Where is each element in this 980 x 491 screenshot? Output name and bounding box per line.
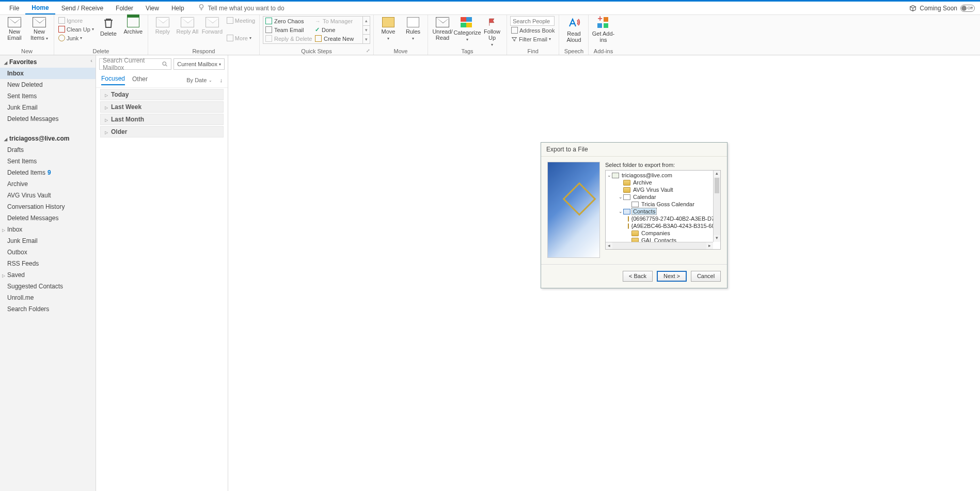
nav-item[interactable]: Deleted Messages [0, 212, 96, 224]
nav-item[interactable]: Outbox [0, 247, 96, 258]
coming-soon[interactable]: Coming Soon Off [909, 5, 975, 12]
folder-tree[interactable]: ⌄triciagoss@live.com Archive AVG Virus V… [605, 170, 721, 250]
reply-button[interactable]: Reply [151, 16, 174, 35]
tree-hscrollbar[interactable]: ◂ ▸ [606, 242, 713, 249]
tree-node[interactable]: ⌄Calendar [607, 193, 712, 201]
scroll-thumb[interactable] [715, 178, 719, 193]
tab-other[interactable]: Other [132, 75, 148, 85]
group-today[interactable]: Today [100, 89, 224, 100]
search-people-input[interactable] [510, 16, 555, 26]
qs-reply-delete[interactable]: Reply & Delete [263, 34, 313, 43]
quick-steps-gallery[interactable]: Zero Chaos Team Email Reply & Delete →To… [263, 16, 370, 44]
get-addins-button[interactable]: + Get Add-ins [592, 16, 614, 43]
forward-button[interactable]: Forward [201, 16, 224, 35]
fav-junk-email[interactable]: Junk Email [0, 102, 96, 113]
menu-file[interactable]: File [3, 3, 25, 14]
menu-send-receive[interactable]: Send / Receive [55, 3, 109, 14]
group-label-addins: Add-ins [592, 48, 614, 55]
sort-by-dropdown[interactable]: By Date⌄ ↓ [186, 77, 223, 83]
tree-node[interactable]: Archive [607, 179, 712, 186]
qs-scroll-up[interactable]: ▴ [363, 17, 370, 26]
nav-item[interactable]: Suggested Contacts [0, 281, 96, 292]
ignore-button[interactable]: Ignore [57, 16, 95, 25]
tab-focused[interactable]: Focused [101, 75, 125, 85]
nav-item[interactable]: AVG Virus Vault [0, 190, 96, 201]
reply-all-button[interactable]: Reply All [176, 16, 199, 35]
tell-me-search[interactable]: Tell me what you want to do [198, 4, 284, 12]
tree-vscrollbar[interactable]: ▴ ▾ [713, 171, 720, 242]
group-last-week[interactable]: Last Week [100, 101, 224, 113]
read-aloud-button[interactable]: Read Aloud [562, 16, 585, 43]
next-button[interactable]: Next > [657, 271, 687, 282]
book-icon [511, 27, 518, 34]
cancel-button[interactable]: Cancel [691, 271, 721, 282]
unread-read-button[interactable]: Unread/ Read [431, 16, 454, 41]
tree-node[interactable]: Tricia Goss Calendar [607, 201, 712, 208]
qs-done[interactable]: ✓Done [313, 25, 362, 34]
tree-node[interactable]: ⌄Contacts [607, 208, 712, 215]
group-label-respond: Respond [151, 48, 256, 55]
nav-item[interactable]: Unroll.me [0, 292, 96, 303]
nav-item[interactable]: Inbox [0, 224, 96, 235]
junk-button[interactable]: Junk▾ [57, 34, 95, 42]
categorize-button[interactable]: Categorize▾ [456, 16, 479, 43]
more-respond-button[interactable]: More▾ [226, 34, 256, 42]
fav-inbox[interactable]: Inbox [0, 68, 96, 79]
fav-deleted-messages[interactable]: Deleted Messages [0, 113, 96, 125]
nav-item[interactable]: Drafts [0, 144, 96, 156]
follow-up-button[interactable]: Follow Up▾ [481, 16, 503, 48]
archive-button[interactable]: Archive [122, 16, 145, 35]
filter-email-button[interactable]: Filter Email▾ [510, 35, 556, 43]
group-older[interactable]: Older [100, 126, 224, 137]
favorites-header[interactable]: Favorites [0, 55, 96, 68]
scroll-up-icon[interactable]: ▴ [714, 171, 720, 177]
qs-team-email[interactable]: Team Email [263, 25, 313, 34]
qs-create-new[interactable]: Create New [313, 34, 362, 43]
menu-folder[interactable]: Folder [109, 3, 139, 14]
qs-scroll-down[interactable]: ▾ [363, 26, 370, 35]
tree-node[interactable]: Companies [607, 229, 712, 237]
fav-sent-items[interactable]: Sent Items [0, 90, 96, 102]
nav-item[interactable]: Search Folders [0, 303, 96, 315]
rules-button[interactable]: Rules▾ [402, 16, 424, 42]
nav-item[interactable]: Archive [0, 178, 96, 190]
fav-new-deleted[interactable]: New Deleted [0, 79, 96, 90]
quicksteps-launcher-icon[interactable]: ⤢ [366, 48, 370, 53]
scroll-left-icon[interactable]: ◂ [606, 242, 612, 249]
coming-soon-toggle[interactable]: Off [960, 5, 975, 12]
scroll-down-icon[interactable]: ▾ [714, 235, 720, 242]
search-mailbox-input[interactable]: Search Current Mailbox [99, 58, 171, 70]
group-last-month[interactable]: Last Month [100, 114, 224, 125]
collapse-nav-icon[interactable]: ‹ [90, 57, 92, 64]
menu-view[interactable]: View [139, 3, 165, 14]
nav-item[interactable]: Deleted Items9 [0, 167, 96, 178]
sort-direction-icon[interactable]: ↓ [220, 77, 223, 83]
nav-item[interactable]: Junk Email [0, 235, 96, 247]
tree-node[interactable]: GAL Contacts [607, 237, 712, 242]
qs-expand[interactable]: ▾ [363, 35, 370, 43]
clean-up-button[interactable]: Clean Up▾ [57, 25, 95, 34]
menu-home[interactable]: Home [25, 2, 55, 14]
delete-button[interactable]: Delete [97, 16, 120, 37]
tree-node[interactable]: {06967759-274D-40B2-A3EB-D7F [607, 215, 712, 222]
new-items-button[interactable]: New Items ▾ [28, 16, 51, 42]
nav-item[interactable]: RSS Feeds [0, 258, 96, 269]
move-button[interactable]: Move▾ [377, 16, 400, 42]
nav-item[interactable]: Conversation History [0, 201, 96, 212]
account-header[interactable]: triciagoss@live.com [0, 132, 96, 144]
menu-help[interactable]: Help [165, 3, 191, 14]
back-button[interactable]: < Back [623, 271, 653, 282]
nav-item[interactable]: Saved [0, 269, 96, 281]
qs-to-manager[interactable]: →To Manager [313, 17, 362, 25]
scroll-right-icon[interactable]: ▸ [706, 242, 713, 249]
tree-root[interactable]: ⌄triciagoss@live.com [607, 172, 712, 179]
tree-node[interactable]: {A9E2BC46-B3A0-4243-B315-60D [607, 222, 712, 229]
meeting-button[interactable]: Meeting [226, 16, 256, 25]
address-book-button[interactable]: Address Book [510, 26, 556, 35]
ribbon-group-respond: Reply Reply All Forward Meeting More▾ Re… [148, 15, 260, 55]
new-email-button[interactable]: New Email [3, 16, 26, 41]
search-scope-dropdown[interactable]: Current Mailbox ▾ [173, 58, 225, 70]
qs-zero-chaos[interactable]: Zero Chaos [263, 17, 313, 25]
nav-item[interactable]: Sent Items [0, 156, 96, 167]
tree-node[interactable]: AVG Virus Vault [607, 186, 712, 193]
